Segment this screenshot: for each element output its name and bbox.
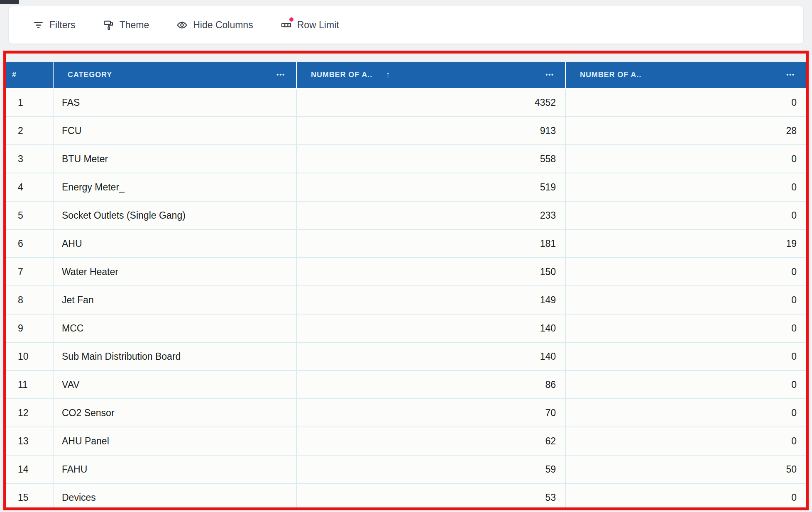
theme-button[interactable]: Theme xyxy=(103,20,149,31)
number-2-cell: 0 xyxy=(565,427,806,455)
column-header-number-1-label: NUMBER OF A.. xyxy=(311,71,372,79)
number-2-cell: 0 xyxy=(565,201,806,229)
number-2-cell: 0 xyxy=(565,399,806,427)
number-2-cell: 0 xyxy=(565,371,806,399)
theme-button-label: Theme xyxy=(120,20,149,31)
row-index-cell: 12 xyxy=(6,399,53,427)
number-1-cell: 181 xyxy=(296,229,565,258)
filters-button[interactable]: Filters xyxy=(33,20,76,31)
category-cell: Water Heater xyxy=(53,258,296,286)
number-1-cell: 59 xyxy=(296,455,565,483)
number-1-cell: 149 xyxy=(296,286,565,314)
number-1-cell: 53 xyxy=(296,483,565,510)
table-body: 1 FAS 4352 0 2 FCU 913 28 3 BTU Meter 55… xyxy=(6,88,806,510)
category-cell: FCU xyxy=(53,117,296,145)
row-index-cell: 13 xyxy=(6,427,53,455)
table-row[interactable]: 6 AHU 181 19 xyxy=(6,229,806,258)
number-1-cell: 150 xyxy=(296,258,565,286)
number-2-cell: 0 xyxy=(565,314,806,342)
notification-dot xyxy=(289,17,293,22)
filter-icon xyxy=(33,20,44,31)
table-row[interactable]: 11 VAV 86 0 xyxy=(6,371,806,399)
row-index-cell: 6 xyxy=(6,229,53,258)
column-header-index[interactable]: # xyxy=(6,62,53,88)
category-cell: AHU Panel xyxy=(53,427,296,455)
table-row[interactable]: 10 Sub Main Distribution Board 140 0 xyxy=(6,342,806,371)
row-index-cell: 4 xyxy=(6,173,53,201)
eye-icon xyxy=(176,20,188,31)
hide-columns-button-label: Hide Columns xyxy=(193,20,253,31)
column-header-number-2[interactable]: NUMBER OF A.. ••• xyxy=(565,62,806,88)
column-menu-icon[interactable]: ••• xyxy=(276,72,285,78)
column-menu-icon[interactable]: ••• xyxy=(786,72,795,78)
table-row-icon xyxy=(281,20,292,31)
category-cell: Socket Outlets (Single Gang) xyxy=(53,201,296,229)
table-row[interactable]: 12 CO2 Sensor 70 0 xyxy=(6,399,806,427)
number-2-cell: 0 xyxy=(565,342,806,371)
column-header-number-1[interactable]: NUMBER OF A.. ↑ ••• xyxy=(296,62,565,88)
number-1-cell: 913 xyxy=(296,117,565,145)
number-2-cell: 28 xyxy=(565,117,806,145)
table-row[interactable]: 14 FAHU 59 50 xyxy=(6,455,806,483)
number-1-cell: 558 xyxy=(296,145,565,173)
category-cell: FAHU xyxy=(53,455,296,483)
paint-roller-icon xyxy=(103,20,114,31)
row-index-cell: 10 xyxy=(6,342,53,371)
table-row[interactable]: 9 MCC 140 0 xyxy=(6,314,806,342)
category-cell: MCC xyxy=(53,314,296,342)
table-row[interactable]: 3 BTU Meter 558 0 xyxy=(6,145,806,173)
column-header-index-label: # xyxy=(12,71,17,79)
column-header-category[interactable]: CATEGORY ••• xyxy=(53,62,296,88)
number-2-cell: 0 xyxy=(565,258,806,286)
category-cell: Energy Meter_ xyxy=(53,173,296,201)
number-2-cell: 50 xyxy=(565,455,806,483)
row-limit-button-label: Row Limit xyxy=(297,20,339,31)
number-1-cell: 233 xyxy=(296,201,565,229)
annotation-highlight-box: # CATEGORY ••• NUMBER OF A.. ↑ ••• xyxy=(3,51,809,510)
data-table: # CATEGORY ••• NUMBER OF A.. ↑ ••• xyxy=(6,62,806,510)
number-2-cell: 0 xyxy=(565,88,806,117)
table-row[interactable]: 15 Devices 53 0 xyxy=(6,483,806,510)
table-row[interactable]: 4 Energy Meter_ 519 0 xyxy=(6,173,806,201)
number-1-cell: 62 xyxy=(296,427,565,455)
table-row[interactable]: 13 AHU Panel 62 0 xyxy=(6,427,806,455)
toolbar: Filters Theme Hide Columns xyxy=(8,6,804,44)
category-cell: Jet Fan xyxy=(53,286,296,314)
row-index-cell: 3 xyxy=(6,145,53,173)
sort-ascending-icon[interactable]: ↑ xyxy=(386,70,390,80)
category-cell: Sub Main Distribution Board xyxy=(53,342,296,371)
hide-columns-button[interactable]: Hide Columns xyxy=(176,20,253,31)
column-header-number-2-label: NUMBER OF A.. xyxy=(580,71,641,79)
number-1-cell: 86 xyxy=(296,371,565,399)
number-2-cell: 0 xyxy=(565,483,806,510)
number-1-cell: 70 xyxy=(296,399,565,427)
category-cell: AHU xyxy=(53,229,296,258)
number-2-cell: 19 xyxy=(565,229,806,258)
row-index-cell: 14 xyxy=(6,455,53,483)
row-limit-button[interactable]: Row Limit xyxy=(281,20,339,31)
category-cell: Devices xyxy=(53,483,296,510)
table-row[interactable]: 7 Water Heater 150 0 xyxy=(6,258,806,286)
category-cell: FAS xyxy=(53,88,296,117)
category-cell: BTU Meter xyxy=(53,145,296,173)
category-cell: CO2 Sensor xyxy=(53,399,296,427)
row-index-cell: 8 xyxy=(6,286,53,314)
table-row[interactable]: 8 Jet Fan 149 0 xyxy=(6,286,806,314)
row-index-cell: 5 xyxy=(6,201,53,229)
number-1-cell: 4352 xyxy=(296,88,565,117)
row-index-cell: 9 xyxy=(6,314,53,342)
table-header: # CATEGORY ••• NUMBER OF A.. ↑ ••• xyxy=(6,62,806,88)
row-index-cell: 15 xyxy=(6,483,53,510)
row-index-cell: 7 xyxy=(6,258,53,286)
row-index-cell: 11 xyxy=(6,371,53,399)
table-row[interactable]: 5 Socket Outlets (Single Gang) 233 0 xyxy=(6,201,806,229)
row-index-cell: 1 xyxy=(6,88,53,117)
number-1-cell: 519 xyxy=(296,173,565,201)
row-index-cell: 2 xyxy=(6,117,53,145)
number-2-cell: 0 xyxy=(565,145,806,173)
table-row[interactable]: 1 FAS 4352 0 xyxy=(6,88,806,117)
window-edge-fragment xyxy=(0,0,19,4)
table-row[interactable]: 2 FCU 913 28 xyxy=(6,117,806,145)
number-1-cell: 140 xyxy=(296,314,565,342)
column-menu-icon[interactable]: ••• xyxy=(545,72,554,78)
